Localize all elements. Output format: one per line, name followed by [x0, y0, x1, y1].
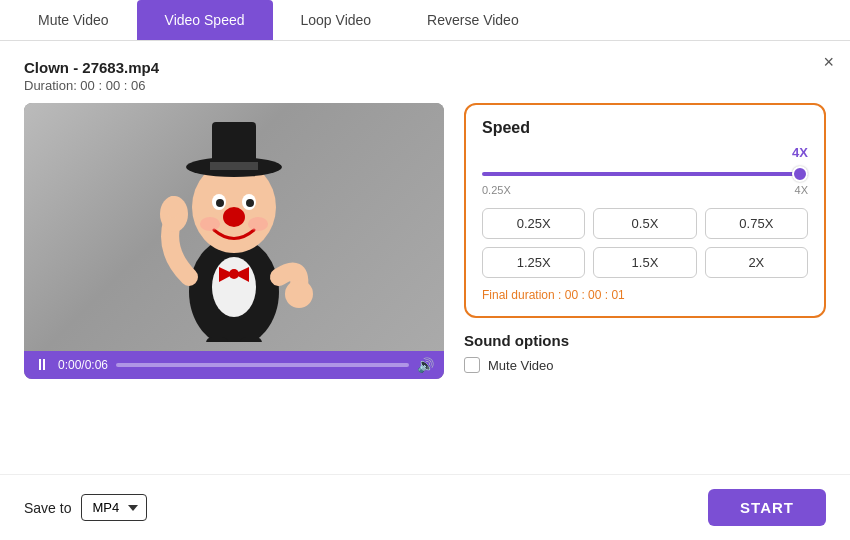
tab-mute-video[interactable]: Mute Video — [10, 0, 137, 40]
format-select[interactable]: MP4 MOV AVI MKV — [81, 494, 147, 521]
start-button[interactable]: START — [708, 489, 826, 526]
file-info: Clown - 27683.mp4 Duration: 00 : 00 : 06 — [24, 59, 826, 93]
sound-options: Sound options Mute Video — [464, 332, 826, 373]
slider-range-labels: 0.25X 4X — [482, 184, 808, 196]
svg-point-21 — [200, 217, 220, 231]
pause-button[interactable]: ⏸ — [34, 357, 50, 373]
file-duration: Duration: 00 : 00 : 06 — [24, 78, 826, 93]
speed-panel: Speed 4X 0.25X 4X 0.25X 0.5X 0.75X 1.25X… — [464, 103, 826, 318]
svg-point-20 — [223, 207, 245, 227]
tab-loop-video[interactable]: Loop Video — [273, 0, 400, 40]
video-controls: ⏸ 0:00/0:06 🔊 — [24, 351, 444, 379]
slider-container — [482, 162, 808, 180]
preset-075x[interactable]: 0.75X — [705, 208, 808, 239]
tab-reverse-video[interactable]: Reverse Video — [399, 0, 547, 40]
final-duration: Final duration : 00 : 00 : 01 — [482, 288, 808, 302]
clown-figure — [154, 112, 314, 342]
speed-slider[interactable] — [482, 172, 808, 176]
svg-rect-15 — [210, 162, 258, 170]
volume-icon[interactable]: 🔊 — [417, 357, 434, 373]
video-thumbnail — [24, 103, 444, 351]
svg-point-1 — [212, 257, 256, 317]
right-panel: Speed 4X 0.25X 4X 0.25X 0.5X 0.75X 1.25X… — [464, 103, 826, 373]
slider-min-label: 0.25X — [482, 184, 511, 196]
preset-15x[interactable]: 1.5X — [593, 247, 696, 278]
svg-point-11 — [285, 280, 313, 308]
preset-2x[interactable]: 2X — [705, 247, 808, 278]
preset-125x[interactable]: 1.25X — [482, 247, 585, 278]
preset-025x[interactable]: 0.25X — [482, 208, 585, 239]
svg-point-22 — [248, 217, 268, 231]
svg-point-4 — [229, 269, 239, 279]
svg-point-18 — [216, 199, 224, 207]
bottom-bar: Save to MP4 MOV AVI MKV START — [0, 474, 850, 540]
svg-rect-6 — [240, 337, 262, 342]
close-button[interactable]: × — [823, 53, 834, 71]
save-to-label: Save to — [24, 500, 71, 516]
speed-presets: 0.25X 0.5X 0.75X 1.25X 1.5X 2X — [482, 208, 808, 278]
mute-label: Mute Video — [488, 358, 554, 373]
mute-option[interactable]: Mute Video — [464, 357, 826, 373]
content-row: ⏸ 0:00/0:06 🔊 Speed 4X 0.25X 4X — [24, 103, 826, 458]
svg-rect-10 — [168, 196, 178, 218]
svg-point-19 — [246, 199, 254, 207]
main-content: × Clown - 27683.mp4 Duration: 00 : 00 : … — [0, 41, 850, 474]
video-preview: ⏸ 0:00/0:06 🔊 — [24, 103, 444, 379]
time-display: 0:00/0:06 — [58, 358, 108, 372]
tab-video-speed[interactable]: Video Speed — [137, 0, 273, 40]
sound-options-title: Sound options — [464, 332, 826, 349]
speed-value-display: 4X — [482, 145, 808, 160]
speed-title: Speed — [482, 119, 808, 137]
mute-checkbox[interactable] — [464, 357, 480, 373]
svg-rect-5 — [206, 337, 228, 342]
progress-bar[interactable] — [116, 363, 409, 367]
file-name: Clown - 27683.mp4 — [24, 59, 826, 76]
preset-05x[interactable]: 0.5X — [593, 208, 696, 239]
save-to-section: Save to MP4 MOV AVI MKV — [24, 494, 147, 521]
tab-bar: Mute Video Video Speed Loop Video Revers… — [0, 0, 850, 41]
slider-max-label: 4X — [795, 184, 808, 196]
